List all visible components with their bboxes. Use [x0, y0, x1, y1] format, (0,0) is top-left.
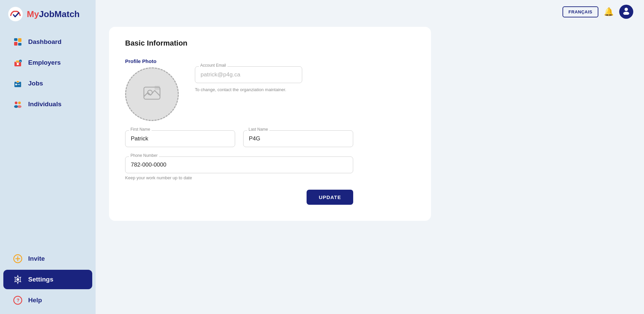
svg-point-21 [16, 278, 19, 281]
svg-text:?: ? [17, 298, 20, 303]
individuals-icon [13, 99, 23, 109]
email-field-wrapper: Account Email [195, 66, 302, 83]
svg-point-14 [15, 102, 17, 104]
notification-button[interactable]: 🔔 [604, 7, 614, 16]
svg-point-12 [15, 84, 17, 85]
photo-upload-circle[interactable] [125, 67, 179, 121]
phone-hint: Keep your work number up to date [125, 175, 353, 180]
settings-icon [13, 274, 23, 285]
profile-photo-section: Profile Photo [125, 58, 415, 121]
phone-section: Phone Number Keep your work number up to… [125, 156, 353, 180]
image-placeholder-icon [143, 85, 161, 103]
logo-match: Match [54, 9, 79, 19]
profile-photo-label: Profile Photo [125, 58, 156, 64]
email-input[interactable] [195, 66, 302, 83]
sidebar-item-dashboard[interactable]: Dashboard [3, 32, 92, 52]
main-content: FRANÇAIS 🔔 Basic Information Profile Pho… [96, 0, 644, 314]
svg-point-0 [8, 7, 23, 21]
sidebar-item-help[interactable]: ? Help [3, 291, 92, 310]
language-button[interactable]: FRANÇAIS [562, 6, 598, 17]
logo: MyJobMatch [0, 0, 96, 28]
name-field-group: First Name Last Name [125, 130, 353, 147]
help-icon: ? [13, 295, 23, 305]
svg-point-17 [17, 105, 21, 108]
jobs-label: Jobs [28, 80, 43, 87]
dashboard-icon [13, 37, 23, 47]
svg-point-25 [623, 12, 629, 15]
sidebar-item-settings[interactable]: Settings [3, 270, 92, 289]
page-title: Basic Information [125, 39, 415, 48]
employers-label: Employers [28, 59, 61, 66]
bell-icon: 🔔 [604, 7, 614, 16]
phone-input[interactable] [125, 156, 353, 173]
sidebar-item-individuals[interactable]: Individuals [3, 95, 92, 114]
svg-text:+: + [20, 60, 21, 62]
content-area: Basic Information Profile Photo [96, 23, 644, 314]
svg-rect-3 [18, 38, 21, 42]
sidebar-nav: Dashboard + Employers [0, 28, 96, 314]
svg-rect-28 [155, 86, 160, 90]
svg-rect-4 [18, 43, 21, 46]
email-column: Account Email To change, contact the org… [195, 58, 302, 92]
form-actions: UPDATE [125, 190, 353, 205]
basic-info-card: Basic Information Profile Photo [109, 27, 431, 221]
individuals-label: Individuals [28, 101, 61, 108]
svg-point-24 [625, 8, 628, 11]
svg-rect-1 [14, 38, 17, 41]
topbar: FRANÇAIS 🔔 [96, 0, 644, 23]
email-hint: To change, contact the organziation main… [195, 87, 302, 92]
invite-icon [13, 254, 23, 264]
phone-label: Phone Number [129, 153, 159, 158]
form-section: Profile Photo [125, 58, 415, 205]
svg-rect-11 [16, 81, 19, 82]
last-name-wrapper: Last Name [243, 130, 353, 147]
invite-label: Invite [28, 255, 45, 262]
logo-job: Job [39, 9, 54, 19]
svg-rect-2 [14, 42, 17, 46]
photo-column: Profile Photo [125, 58, 179, 121]
help-label: Help [28, 297, 42, 304]
logo-my: My [27, 9, 39, 19]
sidebar-item-invite[interactable]: Invite [3, 249, 92, 268]
update-button[interactable]: UPDATE [307, 190, 353, 205]
sidebar: MyJobMatch Dashboard [0, 0, 96, 314]
settings-label: Settings [28, 276, 53, 283]
jobs-icon [13, 78, 23, 88]
svg-rect-7 [17, 63, 19, 65]
svg-point-15 [18, 102, 21, 104]
email-label: Account Email [199, 63, 227, 68]
dashboard-label: Dashboard [28, 38, 61, 46]
first-name-label: First Name [129, 127, 152, 132]
last-name-label: Last Name [247, 127, 269, 132]
avatar-button[interactable] [619, 5, 633, 19]
phone-wrapper: Phone Number [125, 156, 353, 173]
last-name-input[interactable] [243, 130, 353, 147]
svg-rect-13 [17, 84, 20, 85]
first-name-wrapper: First Name [125, 130, 235, 147]
sidebar-item-jobs[interactable]: Jobs [3, 74, 92, 93]
first-name-input[interactable] [125, 130, 235, 147]
employers-icon: + [13, 58, 23, 68]
sidebar-item-employers[interactable]: + Employers [3, 53, 92, 72]
user-avatar-icon [622, 7, 630, 17]
